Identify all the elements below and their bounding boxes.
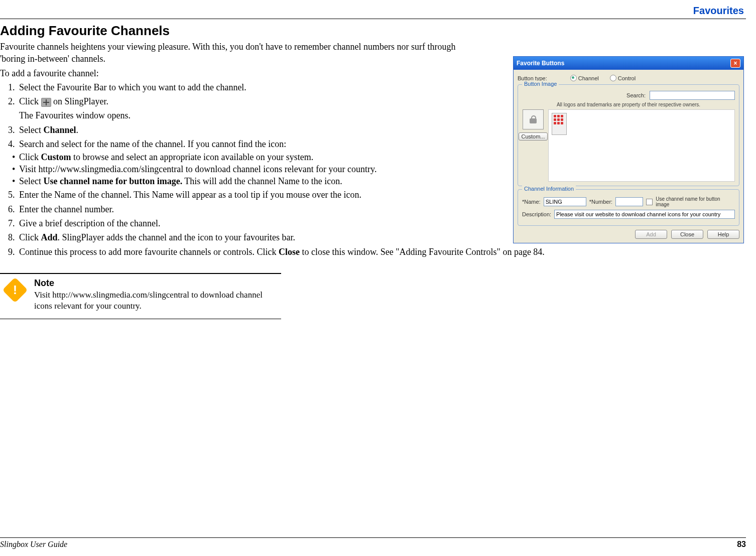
step-9a: Continue this process to add more favour… (19, 247, 279, 257)
step-8a: Click (19, 232, 41, 242)
step-2-text-b: on SlingPlayer. (51, 96, 109, 106)
note-block: Note Visit http://www.slingmedia.com/sli… (0, 273, 281, 319)
close-button[interactable]: Close (671, 230, 703, 239)
intro-text: Favourite channels heightens your viewin… (0, 41, 482, 65)
trademark-text: All logos and trademarks are property of… (522, 102, 735, 107)
footer-guide: Slingbox User Guide (0, 540, 67, 549)
use-name-checkbox[interactable] (646, 199, 653, 205)
step-3-text-b: . (76, 125, 79, 135)
name-label: *Name: (522, 199, 541, 205)
number-label: *Number: (589, 199, 612, 205)
bullet-1-bold: Custom (41, 152, 71, 162)
lock-icon (530, 115, 537, 123)
remote-icon[interactable] (552, 113, 567, 135)
button-image-legend: Button Image (522, 81, 559, 87)
bullet-3b: This will add the channel Name to the ic… (182, 176, 342, 186)
button-type-label: Button type: (518, 75, 547, 81)
step-8b: . SlingPlayer adds the channel and the i… (58, 232, 295, 242)
bullet-1a: Click (19, 152, 41, 162)
description-input[interactable] (554, 210, 735, 219)
channel-info-legend: Channel Information (522, 186, 576, 192)
name-input[interactable] (544, 197, 586, 206)
radio-channel-label: Channel (578, 75, 599, 81)
step-3-text-a: Select (19, 125, 43, 135)
add-button[interactable]: Add (635, 230, 667, 239)
radio-channel[interactable]: Channel (570, 75, 599, 81)
step-8-bold: Add (41, 232, 58, 242)
note-body: Visit http://www.slingmedia.com/slingcen… (34, 290, 281, 312)
step-2-text-a: Click (19, 96, 41, 106)
radio-control[interactable]: Control (610, 75, 636, 81)
step-3-bold: Channel (43, 125, 76, 135)
lead-text: To add a favourite channel: (0, 67, 482, 79)
note-title: Note (34, 278, 281, 289)
channel-info-group: Channel Information *Name: *Number: Use … (518, 189, 739, 226)
step-9: Continue this process to add more favour… (17, 246, 746, 258)
bullet-3-bold: Use channel name for button image. (43, 176, 182, 186)
footer-page-number: 83 (737, 540, 746, 549)
help-button[interactable]: Help (707, 230, 739, 239)
lock-thumb[interactable] (523, 109, 544, 129)
plus-icon (41, 98, 51, 107)
radio-control-label: Control (618, 75, 636, 81)
bullet-1b: to browse and select an appropriate icon… (71, 152, 314, 162)
step-9b: to close this window. See "Adding Favour… (300, 247, 545, 257)
icon-gallery[interactable] (548, 109, 735, 182)
button-image-group: Button Image Search: All logos and trade… (518, 84, 739, 186)
favorite-buttons-dialog: Favorite Buttons × Button type: Channel … (513, 56, 744, 243)
section-header: Favourites (0, 5, 746, 19)
custom-button[interactable]: Custom... (519, 132, 547, 141)
use-name-label: Use channel name for button image (656, 196, 735, 207)
close-icon[interactable]: × (730, 59, 740, 68)
page-footer: Slingbox User Guide 83 (0, 537, 746, 549)
search-input[interactable] (650, 91, 735, 100)
number-input[interactable] (615, 197, 643, 206)
step-4-text: Search and select for the name of the ch… (19, 139, 286, 149)
dialog-titlebar[interactable]: Favorite Buttons × (514, 57, 743, 70)
bullet-3a: Select (19, 176, 43, 186)
dialog-screenshot: Favorite Buttons × Button type: Channel … (513, 56, 744, 243)
step-9-bold: Close (279, 247, 300, 257)
search-label: Search: (626, 92, 646, 98)
description-label: Description: (522, 211, 551, 217)
page-heading: Adding Favourite Channels (0, 23, 482, 39)
warning-icon (3, 277, 28, 303)
header-rule (0, 19, 746, 19)
dialog-title: Favorite Buttons (517, 60, 564, 67)
